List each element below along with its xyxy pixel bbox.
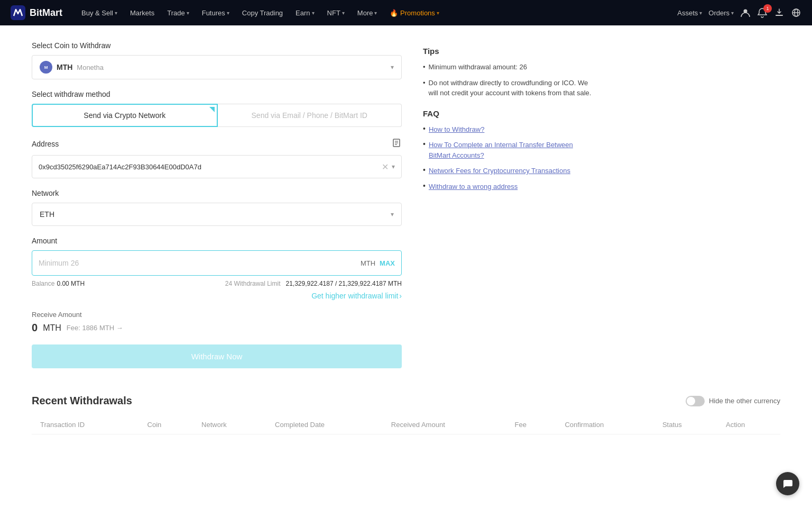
coin-dropdown[interactable]: M MTH Monetha ▾ xyxy=(32,55,402,79)
withdrawal-limit-label: 24 Withdrawal Limit xyxy=(225,280,281,287)
withdrawals-table: Transaction ID Coin Network Completed Da… xyxy=(32,415,780,434)
toggle-switch[interactable] xyxy=(686,396,705,406)
nav-links: Buy & Sell ▾ Markets Trade ▾ Futures ▾ C… xyxy=(76,6,674,20)
method-options: Send via Crypto Network Send via Email /… xyxy=(32,104,402,127)
fee-arrow-icon[interactable]: → xyxy=(116,324,123,332)
chevron-down-icon: ▾ xyxy=(391,64,394,71)
nav-markets[interactable]: Markets xyxy=(125,6,160,20)
notifications-icon[interactable]: 1 xyxy=(757,7,768,18)
amount-section: Amount MTH MAX Balance 0.00 MTH 24 Withd… xyxy=(32,237,402,300)
amount-label: Amount xyxy=(32,237,402,245)
faq-title: FAQ xyxy=(423,109,592,118)
coin-option: M MTH Monetha xyxy=(40,61,104,74)
receive-value: 0 xyxy=(32,322,38,334)
select-method-label: Select withdraw method xyxy=(32,90,402,98)
faq-how-to-withdraw[interactable]: How to Withdraw? xyxy=(429,124,484,135)
navbar: BitMart Buy & Sell ▾ Markets Trade ▾ Fut… xyxy=(0,0,812,25)
col-network: Network xyxy=(193,415,266,434)
network-dropdown[interactable]: ETH ▾ xyxy=(32,203,402,226)
amount-input-wrap: MTH MAX xyxy=(32,250,402,276)
faq-network-fees[interactable]: Network Fees for Cryptocurrency Transact… xyxy=(429,166,570,176)
address-header: Address xyxy=(32,138,402,150)
nav-nft[interactable]: NFT ▾ xyxy=(322,6,350,20)
faq-link-1: • How to Withdraw? xyxy=(423,124,592,135)
address-label: Address xyxy=(32,140,59,148)
amount-input[interactable] xyxy=(39,259,356,267)
amount-meta: Balance 0.00 MTH 24 Withdrawal Limit 21,… xyxy=(32,280,402,287)
network-value: ETH xyxy=(40,210,54,219)
table-header: Transaction ID Coin Network Completed Da… xyxy=(32,415,780,434)
chevron-down-icon: ▾ xyxy=(227,10,229,16)
withdrawal-limit: 24 Withdrawal Limit 21,329,922.4187 / 21… xyxy=(225,280,402,287)
coin-name: Monetha xyxy=(77,64,104,71)
amount-currency: MTH xyxy=(361,259,375,267)
col-coin: Coin xyxy=(139,415,193,434)
nav-assets[interactable]: Assets ▾ xyxy=(677,9,702,17)
method-crypto-btn[interactable]: Send via Crypto Network xyxy=(32,104,218,127)
hide-currency-toggle[interactable]: Hide the other currency xyxy=(686,396,780,406)
nav-more[interactable]: More ▾ xyxy=(352,6,383,20)
col-status: Status xyxy=(654,415,717,434)
tip-item-1: • Minimum withdrawal amount: 26 xyxy=(423,62,592,72)
address-book-icon[interactable] xyxy=(391,138,402,150)
col-received-amount: Received Amount xyxy=(383,415,506,434)
logo[interactable]: BitMart xyxy=(11,5,62,20)
nav-copy-trading[interactable]: Copy Trading xyxy=(237,6,288,20)
select-coin-label: Select Coin to Withdraw xyxy=(32,41,402,50)
balance-info: Balance 0.00 MTH xyxy=(32,280,85,287)
recent-header: Recent Withdrawals Hide the other curren… xyxy=(32,395,780,407)
receive-amount-section: Receive Amount 0 MTH Fee: 1886 MTH → xyxy=(32,311,402,334)
col-action: Action xyxy=(717,415,780,434)
address-input[interactable] xyxy=(39,163,382,171)
faq-internal-transfer[interactable]: How To Complete an Internal Transfer Bet… xyxy=(429,140,592,160)
faq-wrong-address[interactable]: Withdraw to a wrong address xyxy=(429,182,518,192)
download-icon[interactable] xyxy=(774,7,785,18)
select-method-section: Select withdraw method Send via Crypto N… xyxy=(32,90,402,127)
chevron-down-icon: ▾ xyxy=(115,10,117,16)
receive-amount-label: Receive Amount xyxy=(32,311,402,319)
faq-link-2: • How To Complete an Internal Transfer B… xyxy=(423,140,592,160)
fee-label: Fee: 1886 MTH → xyxy=(67,324,123,332)
receive-currency: MTH xyxy=(43,323,61,333)
col-confirmation: Confirmation xyxy=(556,415,653,434)
col-transaction-id: Transaction ID xyxy=(32,415,139,434)
chevron-down-icon: ▾ xyxy=(342,10,345,16)
get-higher-limit-link[interactable]: Get higher withdrawal limit › xyxy=(311,292,402,300)
chevron-down-icon: ▾ xyxy=(699,10,702,16)
chevron-down-icon: ▾ xyxy=(392,163,395,170)
left-panel: Select Coin to Withdraw M MTH Monetha ▾ … xyxy=(32,41,402,368)
chevron-down-icon: ▾ xyxy=(391,211,394,218)
amount-max-btn[interactable]: MAX xyxy=(380,259,395,267)
table-header-row: Transaction ID Coin Network Completed Da… xyxy=(32,415,780,434)
balance-label: Balance xyxy=(32,280,54,287)
nav-buy-sell[interactable]: Buy & Sell ▾ xyxy=(76,6,123,20)
chevron-down-icon: ▾ xyxy=(731,10,734,16)
user-icon[interactable] xyxy=(740,7,751,18)
address-input-wrap: ✕ ▾ xyxy=(32,155,402,178)
network-section: Network ETH ▾ xyxy=(32,189,402,226)
chevron-down-icon: ▾ xyxy=(312,10,315,16)
nav-trade[interactable]: Trade ▾ xyxy=(162,6,194,20)
chevron-down-icon: ▾ xyxy=(374,10,377,16)
chevron-down-icon: ▾ xyxy=(437,10,439,16)
receive-amount-display: 0 MTH Fee: 1886 MTH → xyxy=(32,322,402,334)
nav-orders[interactable]: Orders ▾ xyxy=(708,9,734,17)
withdrawal-limit-value: 21,329,922.4187 / 21,329,922.4187 MTH xyxy=(285,280,402,287)
withdraw-now-btn[interactable]: Withdraw Now xyxy=(32,344,402,368)
tips-title: Tips xyxy=(423,47,592,56)
logo-icon xyxy=(11,5,25,20)
nav-earn[interactable]: Earn ▾ xyxy=(290,6,319,20)
method-other-btn[interactable]: Send via Email / Phone / BitMart ID xyxy=(218,104,402,127)
col-completed-date: Completed Date xyxy=(266,415,383,434)
tip-item-2: • Do not withdraw directly to crowdfundi… xyxy=(423,78,592,98)
main-content: Select Coin to Withdraw M MTH Monetha ▾ … xyxy=(0,25,740,384)
svg-rect-2 xyxy=(776,15,783,16)
recent-title: Recent Withdrawals xyxy=(32,395,132,407)
right-panel: Tips • Minimum withdrawal amount: 26 • D… xyxy=(423,41,592,368)
clear-address-icon[interactable]: ✕ xyxy=(382,162,389,172)
network-label: Network xyxy=(32,189,402,197)
globe-icon[interactable] xyxy=(791,7,801,18)
nav-futures[interactable]: Futures ▾ xyxy=(197,6,235,20)
nav-promotions[interactable]: 🔥 Promotions ▾ xyxy=(384,6,444,20)
faq-link-4: • Withdraw to a wrong address xyxy=(423,182,592,192)
